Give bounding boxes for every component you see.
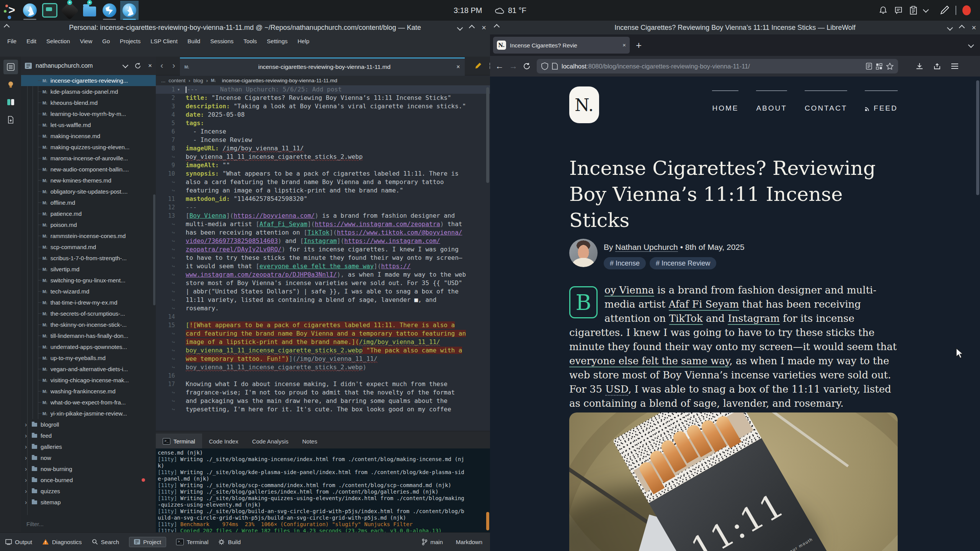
file-tree-item[interactable]: M↓incense-cigarettes-reviewing... [21,75,156,86]
status-build-button[interactable]: Build [218,539,240,545]
file-tree-item[interactable]: M↓visiting-chicago-incense-mak... [21,375,156,386]
folder-tree-item[interactable]: ›now [21,452,156,463]
file-tree-item[interactable]: M↓making-incense.md [21,130,156,142]
taskbar-new-folder-icon[interactable]: + [80,1,99,20]
back-icon[interactable]: ← [495,61,504,71]
file-tree-item[interactable]: M↓underrated-apps-qownnotes... [21,341,156,352]
nav-link-feed[interactable]: FEED [865,90,898,112]
extensions-icon[interactable] [933,62,941,70]
folder-expand-chevron-icon[interactable]: › [25,488,32,495]
page-scrollbar[interactable] [976,80,979,195]
file-tree-item[interactable]: M↓yi-xin-pikake-jasmine-review... [21,408,156,419]
file-tree-item[interactable]: M↓patience.md [21,208,156,219]
status-output-button[interactable]: Output [5,539,32,545]
file-tree[interactable]: M↓incense-cigarettes-reviewing...M↓kde-p… [21,75,156,515]
menu-edit[interactable]: Edit [21,38,41,44]
tab-close-icon[interactable]: × [456,63,460,71]
maximize-icon[interactable] [469,24,475,31]
minimize-icon[interactable] [947,24,953,31]
folder-tree-item[interactable]: ›blogroll [21,419,156,430]
file-tree-item[interactable]: M↓let-us-waffle.md [21,119,156,130]
article-hero-image[interactable]: 11:11 of your mouth sticks [569,412,898,551]
document-mode-indicator[interactable]: Markdown [456,539,482,545]
folder-expand-chevron-icon[interactable]: › [25,455,32,461]
close-icon[interactable]: × [972,24,976,31]
history-back-icon[interactable]: ‹ [156,61,168,71]
maximize-icon[interactable] [959,24,965,31]
file-tree-item[interactable]: M↓offline.md [21,197,156,208]
article-link[interactable]: oy Vienna [604,284,654,297]
shield-icon[interactable] [541,62,548,70]
browser-tab[interactable]: N. Incense Cigarettes? Revie × [493,37,630,54]
file-tree-scrollbar[interactable] [153,194,155,305]
menu-go[interactable]: Go [97,38,115,44]
file-tree-item[interactable]: M↓scribus-1-7-0-from-strength-... [21,253,156,264]
folder-expand-chevron-icon[interactable]: › [25,466,32,473]
librewolf-titlebar[interactable]: Incense Cigarettes? Reviewing Boy Vienna… [490,21,980,34]
folder-expand-chevron-icon[interactable]: › [25,499,32,506]
folder-tree-item[interactable]: ›once-burned [21,474,156,486]
menu-selection[interactable]: Selection [41,38,75,44]
list-all-tabs-chevron-icon[interactable] [968,42,974,48]
kate-titlebar[interactable]: Personal: incense-cigarettes-reviewing-b… [0,21,490,34]
menu-sessions[interactable]: Sessions [205,38,238,44]
menu-projects[interactable]: Projects [115,38,145,44]
url-bar[interactable]: localhost:8080/blog/incense-cigarettes-r… [537,59,898,73]
breadcrumb[interactable]: ... content › blog › M↓ incense-cigarett… [156,75,490,86]
menu-tools[interactable]: Tools [238,38,262,44]
article-link[interactable]: TikTok [669,313,703,325]
minimize-icon[interactable] [457,24,463,31]
file-tree-item[interactable]: M↓the-secrets-of-scrumptious-... [21,308,156,319]
file-tree-item[interactable]: M↓the-skinny-on-incense-stick-... [21,319,156,330]
status-terminal-button[interactable]: >_ Terminal [176,539,209,545]
menu-help[interactable]: Help [292,38,314,44]
tag-pill[interactable]: # Incense Review [650,257,716,269]
article-link[interactable]: Instagram [728,313,780,325]
bookmark-star-icon[interactable] [886,63,893,70]
menu-settings[interactable]: Settings [262,38,292,44]
taskbar-librewolf-icon[interactable] [21,1,39,20]
sidebar-tool-filesystem-icon[interactable] [3,95,18,109]
folder-tree-item[interactable]: ›quizzes [21,486,156,497]
taskbar-media-app-icon[interactable] [41,1,59,20]
taskbar-blue-app-icon[interactable] [100,1,119,20]
folder-tree-item[interactable]: ›sitemap [21,497,156,508]
containers-grid-icon[interactable] [876,63,882,70]
reload-icon[interactable] [523,62,531,70]
sidebar-tool-project-icon[interactable] [3,77,18,92]
folder-tree-item[interactable]: ›galleries [21,441,156,452]
folder-expand-chevron-icon[interactable]: › [25,432,32,439]
app-launcher-icon[interactable]: > [3,2,20,19]
document-modified-pen-icon[interactable] [475,62,482,69]
status-project-button[interactable]: Project [129,537,166,547]
tab-code-index[interactable]: Code Index [202,434,245,449]
record-indicator-icon[interactable] [962,5,971,15]
project-reload-icon[interactable] [134,62,141,69]
sidebar-tool-new-document-icon[interactable] [3,112,18,127]
tab-terminal[interactable]: >_ Terminal [156,434,202,449]
project-dropdown-chevron-icon[interactable] [122,62,129,68]
git-branch-indicator[interactable]: main [422,539,443,545]
menu-build[interactable]: Build [183,38,205,44]
history-forward-icon[interactable]: › [168,61,180,71]
folder-tree-item[interactable]: ›now-burning [21,463,156,474]
file-tree-item[interactable]: M↓obligatory-site-updates-post.... [21,186,156,197]
file-tree-item[interactable]: M↓new-kmines-themes.md [21,175,156,186]
site-logo[interactable]: N. [569,86,599,123]
document-tab[interactable]: M↓ incense-cigarettes-reviewing-boy-vien… [180,57,465,76]
hamburger-menu-icon[interactable] [951,63,959,69]
page-info-icon[interactable] [552,63,558,70]
file-tree-item[interactable]: M↓tech-wizard.md [21,286,156,297]
downloads-icon[interactable] [916,62,923,70]
folder-expand-chevron-icon[interactable]: › [25,421,32,428]
tab-close-icon[interactable]: × [622,41,626,49]
clipboard-icon[interactable] [909,6,918,15]
panel-weather[interactable]: 81 °F [495,0,526,21]
nav-link-home[interactable]: HOME [712,90,738,112]
forward-icon[interactable]: → [509,61,518,71]
menu-view[interactable]: View [75,38,97,44]
taskbar-inkscape-icon[interactable]: + [60,1,79,20]
file-tree-item[interactable]: M↓up-to-my-eyeballs.md [21,352,156,364]
tab-code-analysis[interactable]: Code Analysis [245,434,295,449]
file-tree-item[interactable]: M↓scp-command.md [21,241,156,253]
